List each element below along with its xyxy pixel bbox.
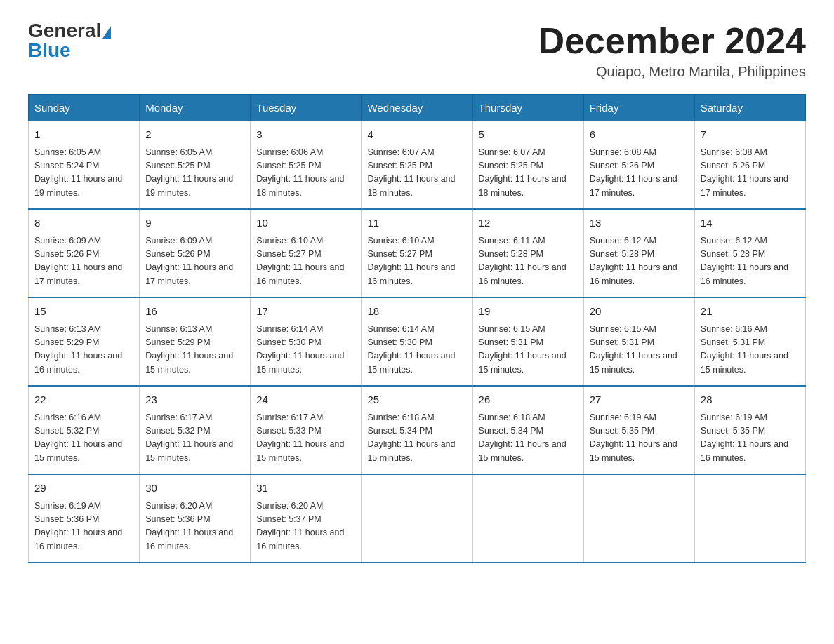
location-label: Quiapo, Metro Manila, Philippines [538, 64, 806, 80]
day-info: Sunrise: 6:15 AMSunset: 5:31 PMDaylight:… [479, 324, 567, 375]
table-row: 25Sunrise: 6:18 AMSunset: 5:34 PMDayligh… [362, 386, 472, 474]
table-row: 26Sunrise: 6:18 AMSunset: 5:34 PMDayligh… [472, 386, 583, 474]
day-number: 25 [367, 392, 466, 408]
day-info: Sunrise: 6:18 AMSunset: 5:34 PMDaylight:… [367, 412, 455, 463]
day-number: 29 [34, 481, 133, 497]
day-number: 13 [590, 215, 689, 232]
day-number: 1 [34, 127, 133, 143]
day-info: Sunrise: 6:05 AMSunset: 5:25 PMDaylight:… [145, 147, 233, 198]
table-row: 6Sunrise: 6:08 AMSunset: 5:26 PMDaylight… [583, 121, 694, 210]
table-row: 7Sunrise: 6:08 AMSunset: 5:26 PMDaylight… [694, 121, 805, 210]
day-info: Sunrise: 6:09 AMSunset: 5:26 PMDaylight:… [34, 236, 122, 286]
title-area: December 2024 Quiapo, Metro Manila, Phil… [538, 21, 806, 80]
table-row: 16Sunrise: 6:13 AMSunset: 5:29 PMDayligh… [140, 297, 251, 386]
day-info: Sunrise: 6:18 AMSunset: 5:34 PMDaylight:… [479, 412, 567, 463]
table-row: 3Sunrise: 6:06 AMSunset: 5:25 PMDaylight… [251, 121, 362, 210]
calendar-week-row: 1Sunrise: 6:05 AMSunset: 5:24 PMDaylight… [29, 121, 806, 210]
logo-triangle-icon [102, 26, 111, 39]
day-number: 27 [590, 392, 689, 408]
col-tuesday: Tuesday [251, 95, 362, 121]
table-row [472, 474, 583, 563]
table-row: 21Sunrise: 6:16 AMSunset: 5:31 PMDayligh… [694, 297, 805, 386]
table-row [583, 474, 694, 563]
table-row: 10Sunrise: 6:10 AMSunset: 5:27 PMDayligh… [251, 209, 362, 297]
calendar-week-row: 15Sunrise: 6:13 AMSunset: 5:29 PMDayligh… [29, 297, 806, 386]
day-info: Sunrise: 6:17 AMSunset: 5:33 PMDaylight:… [256, 412, 344, 463]
col-thursday: Thursday [472, 95, 583, 121]
day-info: Sunrise: 6:14 AMSunset: 5:30 PMDaylight:… [367, 324, 455, 375]
col-wednesday: Wednesday [362, 95, 472, 121]
day-info: Sunrise: 6:10 AMSunset: 5:27 PMDaylight:… [367, 236, 455, 286]
day-info: Sunrise: 6:12 AMSunset: 5:28 PMDaylight:… [701, 236, 788, 286]
table-row: 12Sunrise: 6:11 AMSunset: 5:28 PMDayligh… [472, 209, 583, 297]
day-info: Sunrise: 6:07 AMSunset: 5:25 PMDaylight:… [367, 147, 455, 198]
day-number: 21 [701, 304, 800, 320]
day-info: Sunrise: 6:07 AMSunset: 5:25 PMDaylight:… [479, 147, 567, 198]
day-number: 22 [34, 392, 133, 408]
day-number: 20 [590, 304, 689, 320]
day-number: 5 [479, 127, 578, 143]
day-number: 31 [256, 481, 355, 497]
month-title: December 2024 [538, 21, 806, 61]
table-row: 5Sunrise: 6:07 AMSunset: 5:25 PMDaylight… [472, 121, 583, 210]
day-number: 24 [256, 392, 355, 408]
table-row: 20Sunrise: 6:15 AMSunset: 5:31 PMDayligh… [583, 297, 694, 386]
table-row: 22Sunrise: 6:16 AMSunset: 5:32 PMDayligh… [29, 386, 140, 474]
table-row: 30Sunrise: 6:20 AMSunset: 5:36 PMDayligh… [140, 474, 251, 563]
table-row: 19Sunrise: 6:15 AMSunset: 5:31 PMDayligh… [472, 297, 583, 386]
day-number: 4 [367, 127, 466, 143]
day-number: 16 [145, 304, 244, 320]
table-row: 2Sunrise: 6:05 AMSunset: 5:25 PMDaylight… [140, 121, 251, 210]
page-header: General Blue December 2024 Quiapo, Metro… [28, 21, 806, 80]
col-monday: Monday [140, 95, 251, 121]
table-row: 18Sunrise: 6:14 AMSunset: 5:30 PMDayligh… [362, 297, 472, 386]
day-number: 26 [479, 392, 578, 408]
day-number: 28 [701, 392, 800, 408]
day-number: 23 [145, 392, 244, 408]
calendar-week-row: 29Sunrise: 6:19 AMSunset: 5:36 PMDayligh… [29, 474, 806, 563]
col-sunday: Sunday [29, 95, 140, 121]
calendar-week-row: 22Sunrise: 6:16 AMSunset: 5:32 PMDayligh… [29, 386, 806, 474]
calendar-table: Sunday Monday Tuesday Wednesday Thursday… [28, 94, 806, 563]
day-info: Sunrise: 6:20 AMSunset: 5:36 PMDaylight:… [145, 501, 233, 551]
day-number: 12 [479, 215, 578, 232]
calendar-week-row: 8Sunrise: 6:09 AMSunset: 5:26 PMDaylight… [29, 209, 806, 297]
day-info: Sunrise: 6:14 AMSunset: 5:30 PMDaylight:… [256, 324, 344, 375]
table-row [694, 474, 805, 563]
logo-general-text: General [28, 20, 111, 41]
logo-general-line: General [28, 21, 111, 41]
day-info: Sunrise: 6:08 AMSunset: 5:26 PMDaylight:… [701, 147, 788, 198]
day-number: 19 [479, 304, 578, 320]
table-row: 8Sunrise: 6:09 AMSunset: 5:26 PMDaylight… [29, 209, 140, 297]
day-info: Sunrise: 6:13 AMSunset: 5:29 PMDaylight:… [34, 324, 122, 375]
table-row: 31Sunrise: 6:20 AMSunset: 5:37 PMDayligh… [251, 474, 362, 563]
day-info: Sunrise: 6:19 AMSunset: 5:35 PMDaylight:… [590, 412, 677, 463]
logo: General Blue [28, 21, 111, 60]
table-row: 27Sunrise: 6:19 AMSunset: 5:35 PMDayligh… [583, 386, 694, 474]
day-info: Sunrise: 6:11 AMSunset: 5:28 PMDaylight:… [479, 236, 567, 286]
table-row: 4Sunrise: 6:07 AMSunset: 5:25 PMDaylight… [362, 121, 472, 210]
day-number: 8 [34, 215, 133, 232]
day-info: Sunrise: 6:09 AMSunset: 5:26 PMDaylight:… [145, 236, 233, 286]
day-info: Sunrise: 6:10 AMSunset: 5:27 PMDaylight:… [256, 236, 344, 286]
col-saturday: Saturday [694, 95, 805, 121]
day-info: Sunrise: 6:16 AMSunset: 5:32 PMDaylight:… [34, 412, 122, 463]
table-row: 1Sunrise: 6:05 AMSunset: 5:24 PMDaylight… [29, 121, 140, 210]
table-row: 29Sunrise: 6:19 AMSunset: 5:36 PMDayligh… [29, 474, 140, 563]
day-number: 7 [701, 127, 800, 143]
day-number: 30 [145, 481, 244, 497]
day-info: Sunrise: 6:12 AMSunset: 5:28 PMDaylight:… [590, 236, 677, 286]
table-row: 23Sunrise: 6:17 AMSunset: 5:32 PMDayligh… [140, 386, 251, 474]
day-info: Sunrise: 6:08 AMSunset: 5:26 PMDaylight:… [590, 147, 677, 198]
table-row: 14Sunrise: 6:12 AMSunset: 5:28 PMDayligh… [694, 209, 805, 297]
day-number: 14 [701, 215, 800, 232]
table-row: 28Sunrise: 6:19 AMSunset: 5:35 PMDayligh… [694, 386, 805, 474]
col-friday: Friday [583, 95, 694, 121]
day-info: Sunrise: 6:05 AMSunset: 5:24 PMDaylight:… [34, 147, 122, 198]
day-info: Sunrise: 6:20 AMSunset: 5:37 PMDaylight:… [256, 501, 344, 551]
day-info: Sunrise: 6:19 AMSunset: 5:35 PMDaylight:… [701, 412, 788, 463]
day-info: Sunrise: 6:13 AMSunset: 5:29 PMDaylight:… [145, 324, 233, 375]
table-row: 9Sunrise: 6:09 AMSunset: 5:26 PMDaylight… [140, 209, 251, 297]
day-number: 11 [367, 215, 466, 232]
table-row: 15Sunrise: 6:13 AMSunset: 5:29 PMDayligh… [29, 297, 140, 386]
